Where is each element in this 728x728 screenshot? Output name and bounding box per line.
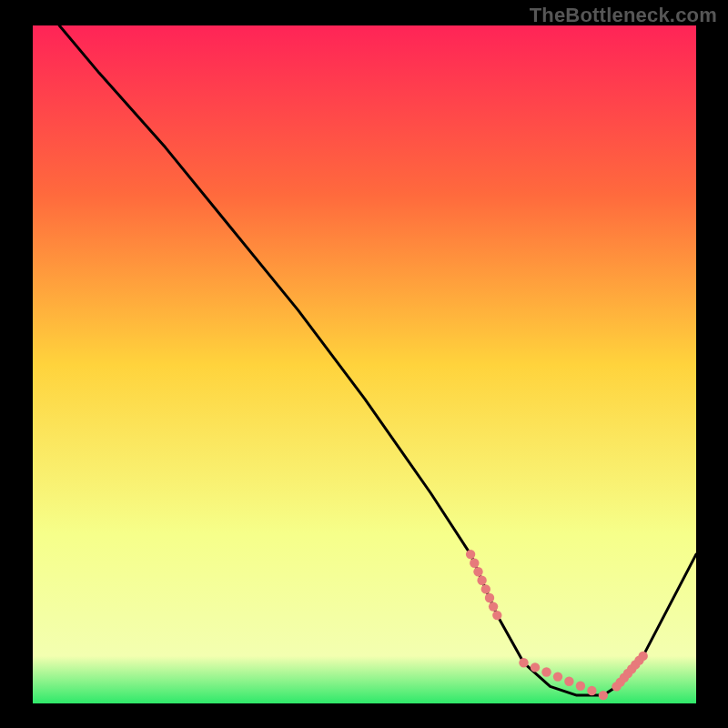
gradient-background (33, 25, 696, 703)
chart-frame: TheBottleneck.com (0, 0, 728, 728)
highlight-dot (466, 550, 475, 559)
highlight-dot (531, 662, 540, 672)
highlight-dot (477, 576, 486, 585)
highlight-dot (639, 652, 648, 661)
chart-svg (33, 25, 696, 703)
highlight-dot (599, 691, 608, 700)
highlight-dot (587, 686, 596, 695)
highlight-dot (470, 559, 479, 568)
highlight-dot (473, 567, 482, 576)
highlight-dot (489, 602, 498, 611)
highlight-dot (481, 584, 490, 593)
highlight-dot (541, 667, 551, 676)
highlight-dot (553, 672, 562, 681)
watermark-text: TheBottleneck.com (530, 4, 717, 27)
highlight-dot (564, 677, 573, 686)
highlight-dot (576, 682, 585, 691)
highlight-dot (519, 658, 528, 667)
highlight-dot (485, 593, 494, 602)
highlight-dot (492, 611, 501, 620)
chart-plot-area (33, 25, 696, 703)
